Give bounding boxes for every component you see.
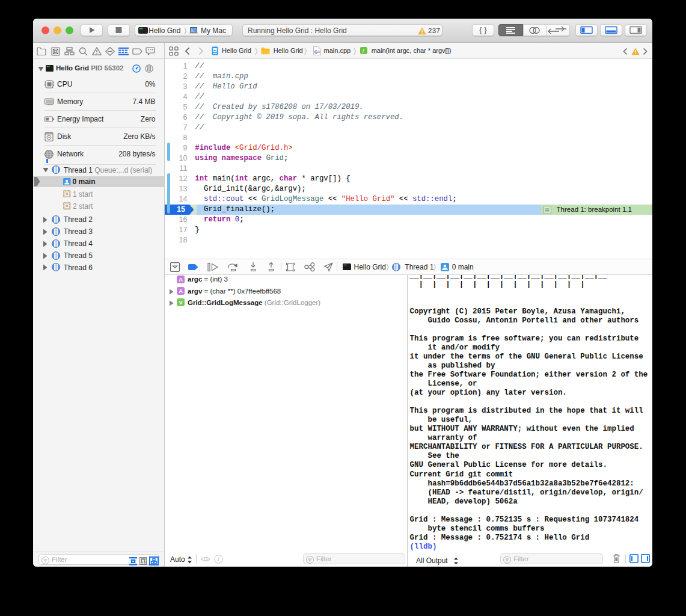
- svg-text:G+: G+: [314, 50, 320, 54]
- svg-text:V: V: [179, 299, 183, 306]
- svg-text:A: A: [179, 276, 183, 283]
- svg-text:i: i: [218, 556, 219, 562]
- svg-text:A: A: [179, 288, 183, 294]
